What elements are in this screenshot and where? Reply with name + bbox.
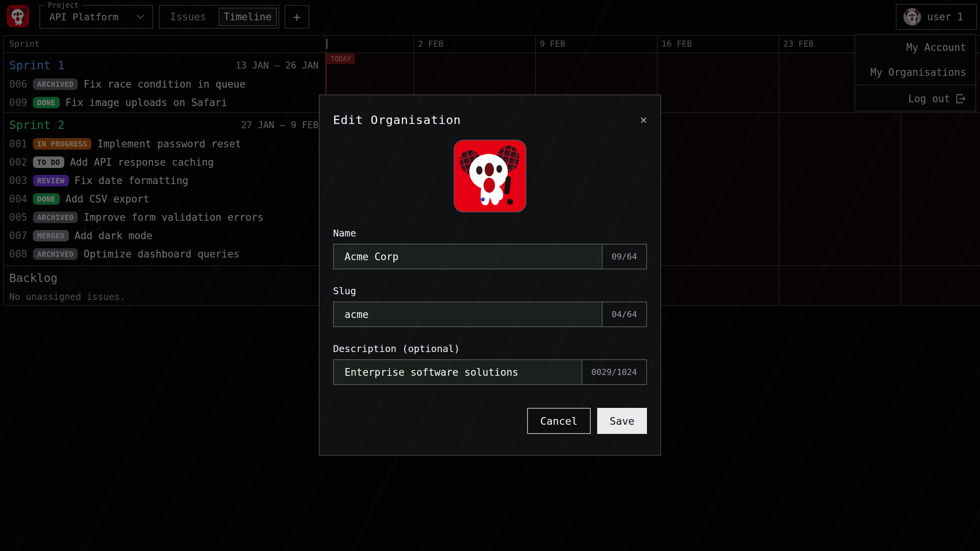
input-value: Acme Corp — [345, 251, 399, 262]
cancel-button[interactable]: Cancel — [527, 408, 591, 434]
close-icon[interactable]: ✕ — [640, 114, 647, 126]
modal-header: Edit Organisation ✕ — [333, 95, 647, 130]
modal-footer: Cancel Save — [333, 408, 647, 434]
field-label: Name — [333, 228, 647, 239]
organisation-logo — [454, 140, 526, 212]
field-label: Slug — [333, 285, 647, 297]
input-value: Enterprise software solutions — [345, 367, 518, 378]
modal-fields: NameAcme Corp09/64Slugacme04/64Descripti… — [333, 228, 647, 385]
text-input[interactable]: Acme Corp09/64 — [333, 244, 647, 269]
save-button[interactable]: Save — [597, 408, 647, 434]
field-label: Description (optional) — [333, 343, 647, 354]
app-root: Project API Platform IssuesTimeline + us… — [0, 0, 980, 551]
edit-organisation-modal: Edit Organisation ✕ NameAcme Corp09/64Sl… — [319, 95, 661, 456]
modal-title: Edit Organisation — [333, 113, 461, 127]
input-area[interactable]: Enterprise software solutions — [334, 360, 581, 384]
char-counter: 04/64 — [602, 302, 646, 326]
text-input[interactable]: Enterprise software solutions0029/1024 — [333, 359, 647, 385]
input-value: acme — [345, 309, 369, 320]
char-counter: 09/64 — [602, 245, 646, 269]
input-area[interactable]: acme — [334, 302, 602, 326]
input-area[interactable]: Acme Corp — [334, 245, 602, 269]
text-input[interactable]: acme04/64 — [333, 302, 647, 327]
char-counter: 0029/1024 — [581, 360, 646, 384]
